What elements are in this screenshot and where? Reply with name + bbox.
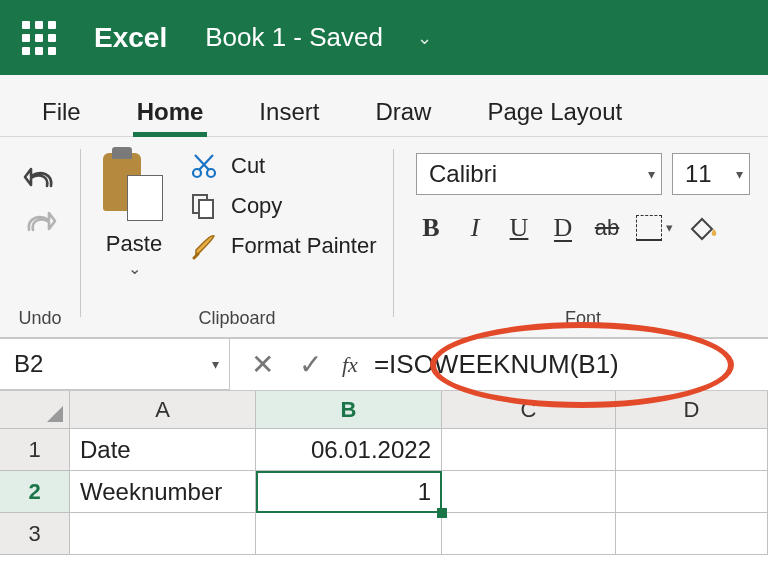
cell-A1[interactable]: Date bbox=[70, 429, 256, 471]
cell-A2[interactable]: Weeknumber bbox=[70, 471, 256, 513]
col-header-D[interactable]: D bbox=[616, 391, 768, 429]
document-title[interactable]: Book 1 - Saved ⌄ bbox=[205, 22, 432, 53]
select-all-corner[interactable] bbox=[0, 391, 70, 429]
font-size-value: 11 bbox=[685, 160, 712, 188]
copy-label: Copy bbox=[231, 193, 282, 219]
ribbon: Undo Paste ⌄ Cut bbox=[0, 137, 768, 339]
cell-D1[interactable] bbox=[616, 429, 768, 471]
fill-color-button[interactable] bbox=[687, 213, 721, 243]
svg-rect-3 bbox=[199, 200, 213, 218]
spreadsheet-grid[interactable]: A B C D 1 Date 06.01.2022 2 Weeknumber 1… bbox=[0, 391, 768, 555]
row-header-2[interactable]: 2 bbox=[0, 471, 70, 513]
col-header-A[interactable]: A bbox=[70, 391, 256, 429]
format-painter-label: Format Painter bbox=[231, 233, 377, 259]
copy-icon bbox=[189, 191, 219, 221]
chevron-down-icon: ▾ bbox=[212, 356, 219, 372]
paste-icon bbox=[103, 151, 165, 221]
fx-icon[interactable]: fx bbox=[342, 339, 368, 390]
underline-button[interactable]: U bbox=[504, 215, 534, 241]
formula-bar-row: B2 ▾ ✕ ✓ fx =ISOWEEKNUM(B1) bbox=[0, 339, 768, 391]
group-font: Calibri ▾ 11 ▾ B I U D ab ▾ Font bbox=[394, 137, 768, 337]
undo-button[interactable] bbox=[20, 159, 60, 199]
border-icon bbox=[636, 215, 662, 241]
chevron-down-icon[interactable]: ⌄ bbox=[417, 27, 432, 49]
cell-C1[interactable] bbox=[442, 429, 616, 471]
copy-button[interactable]: Copy bbox=[189, 191, 377, 221]
ribbon-tabs: File Home Insert Draw Page Layout bbox=[0, 75, 768, 137]
enter-formula-button[interactable]: ✓ bbox=[290, 345, 330, 385]
italic-button[interactable]: I bbox=[460, 215, 490, 241]
name-box[interactable]: B2 ▾ bbox=[0, 339, 230, 390]
format-painter-button[interactable]: Format Painter bbox=[189, 231, 377, 261]
cancel-formula-button[interactable]: ✕ bbox=[242, 345, 282, 385]
col-header-B[interactable]: B bbox=[256, 391, 442, 429]
cut-button[interactable]: Cut bbox=[189, 151, 377, 181]
font-size-select[interactable]: 11 ▾ bbox=[672, 153, 750, 195]
group-undo: Undo bbox=[0, 137, 80, 337]
cut-label: Cut bbox=[231, 153, 265, 179]
bold-button[interactable]: B bbox=[416, 215, 446, 241]
cell-C3[interactable] bbox=[442, 513, 616, 555]
formula-bar-input[interactable]: =ISOWEEKNUM(B1) bbox=[368, 339, 768, 390]
app-name: Excel bbox=[94, 22, 167, 54]
chevron-down-icon: ▾ bbox=[666, 220, 673, 236]
cell-B1[interactable]: 06.01.2022 bbox=[256, 429, 442, 471]
cell-B2[interactable]: 1 bbox=[256, 471, 442, 513]
chevron-down-icon[interactable]: ⌄ bbox=[128, 259, 141, 278]
paste-label: Paste bbox=[106, 231, 162, 257]
chevron-down-icon: ▾ bbox=[736, 166, 743, 182]
group-label-undo: Undo bbox=[18, 308, 61, 329]
scissors-icon bbox=[189, 151, 219, 181]
row-header-1[interactable]: 1 bbox=[0, 429, 70, 471]
borders-button[interactable]: ▾ bbox=[636, 215, 673, 241]
cell-B3[interactable] bbox=[256, 513, 442, 555]
double-underline-button[interactable]: D bbox=[548, 215, 578, 241]
document-title-text: Book 1 - Saved bbox=[205, 22, 383, 53]
group-label-clipboard: Clipboard bbox=[81, 308, 393, 337]
chevron-down-icon: ▾ bbox=[648, 166, 655, 182]
cell-C2[interactable] bbox=[442, 471, 616, 513]
app-launcher-icon[interactable] bbox=[22, 21, 56, 55]
paste-button[interactable]: Paste ⌄ bbox=[91, 145, 177, 308]
fill-handle[interactable] bbox=[437, 508, 447, 518]
font-name-value: Calibri bbox=[429, 160, 497, 188]
paintbrush-icon bbox=[189, 231, 219, 261]
col-header-C[interactable]: C bbox=[442, 391, 616, 429]
title-bar: Excel Book 1 - Saved ⌄ bbox=[0, 0, 768, 75]
group-label-font: Font bbox=[416, 308, 750, 337]
cell-A3[interactable] bbox=[70, 513, 256, 555]
cell-D3[interactable] bbox=[616, 513, 768, 555]
cell-D2[interactable] bbox=[616, 471, 768, 513]
redo-button[interactable] bbox=[20, 203, 60, 243]
name-box-value: B2 bbox=[14, 350, 43, 378]
group-clipboard: Paste ⌄ Cut Copy bbox=[81, 137, 393, 337]
font-name-select[interactable]: Calibri ▾ bbox=[416, 153, 662, 195]
row-header-3[interactable]: 3 bbox=[0, 513, 70, 555]
strikethrough-button[interactable]: ab bbox=[592, 217, 622, 239]
tab-insert[interactable]: Insert bbox=[255, 86, 323, 136]
tab-home[interactable]: Home bbox=[133, 86, 208, 136]
tab-page-layout[interactable]: Page Layout bbox=[483, 86, 626, 136]
tab-file[interactable]: File bbox=[38, 86, 85, 136]
tab-draw[interactable]: Draw bbox=[371, 86, 435, 136]
